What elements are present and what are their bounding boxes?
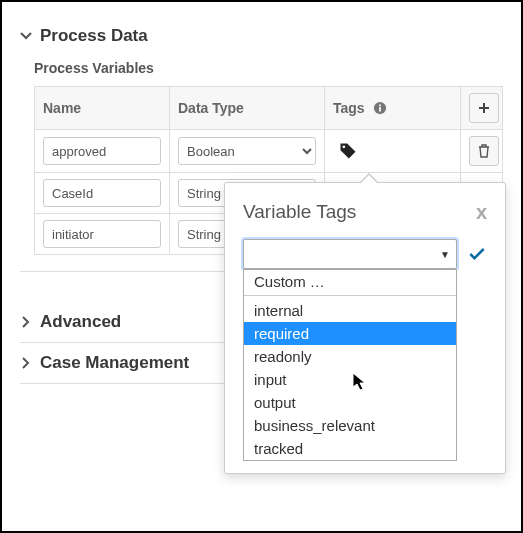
tag-icon[interactable] xyxy=(333,136,363,166)
add-variable-button[interactable] xyxy=(469,93,499,123)
chevron-right-icon xyxy=(20,316,34,328)
col-header-name: Name xyxy=(35,87,170,130)
section-header-process-data[interactable]: Process Data xyxy=(20,26,503,46)
tag-option[interactable]: output xyxy=(244,391,456,414)
chevron-right-icon xyxy=(20,357,34,369)
close-icon[interactable]: x xyxy=(476,202,487,222)
svg-point-3 xyxy=(343,146,346,149)
popover-title: Variable Tags xyxy=(243,201,356,223)
tag-option[interactable]: tracked xyxy=(244,437,456,460)
delete-row-button[interactable] xyxy=(469,136,499,166)
col-header-data-type: Data Type xyxy=(170,87,325,130)
confirm-tag-button[interactable] xyxy=(467,244,487,264)
var-name-input[interactable] xyxy=(43,179,161,207)
process-variables-subtitle: Process Variables xyxy=(34,60,503,76)
chevron-down-icon xyxy=(20,30,34,42)
variable-tags-popover: Variable Tags x ▼ Custom … internal requ… xyxy=(224,182,506,474)
section-title: Process Data xyxy=(40,26,148,46)
section-title: Case Management xyxy=(40,353,189,373)
info-icon xyxy=(373,100,387,116)
tag-combobox: ▼ Custom … internal required readonly in… xyxy=(243,239,457,269)
var-type-select[interactable]: Boolean xyxy=(178,137,316,165)
tag-option[interactable]: required xyxy=(244,322,456,345)
tag-option[interactable]: business_relevant xyxy=(244,414,456,437)
tag-option[interactable]: input xyxy=(244,368,456,391)
svg-rect-2 xyxy=(379,105,381,107)
var-name-input[interactable] xyxy=(43,220,161,248)
svg-rect-1 xyxy=(379,107,381,111)
section-title: Advanced xyxy=(40,312,121,332)
table-row: Boolean xyxy=(35,130,503,173)
tag-option[interactable]: internal xyxy=(244,299,456,322)
col-header-tags: Tags xyxy=(325,87,461,130)
tag-combobox-input[interactable]: ▼ xyxy=(243,239,457,269)
var-name-input[interactable] xyxy=(43,137,161,165)
tag-option[interactable]: readonly xyxy=(244,345,456,368)
tag-dropdown: Custom … internal required readonly inpu… xyxy=(243,269,457,461)
chevron-down-icon: ▼ xyxy=(440,249,450,260)
tag-option[interactable]: Custom … xyxy=(244,270,456,296)
